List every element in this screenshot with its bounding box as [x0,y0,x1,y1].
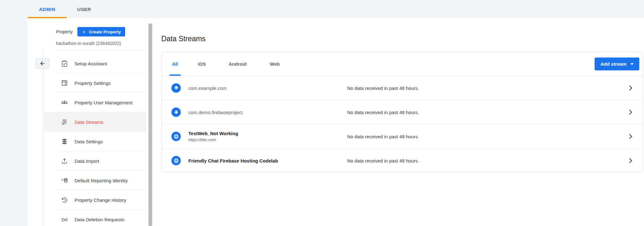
stream-row-com-demo-firebaseproject[interactable]: com.demo.firebaseproject No data receive… [162,100,643,124]
stream-name: com.example.com [188,85,227,91]
stream-name: com.demo.firebaseproject [188,110,243,115]
web-globe-icon [171,132,181,141]
people-icon [61,99,68,106]
stream-name: Friendly Chat Firebase Hosting Codelab [188,158,278,163]
sidebar-item-setup-assistant[interactable]: Setup Assistant [43,54,147,73]
plus-icon [82,30,86,34]
back-arrow-icon [39,60,46,67]
sidebar-item-label: Property Settings [75,80,111,86]
sidebar-item-label: Data Deletion Requests [75,217,124,222]
create-property-label: Create Property [89,30,121,34]
sidebar-item-data-import[interactable]: Data Import [43,151,147,171]
filter-tab-all[interactable]: All [172,52,178,76]
property-name[interactable]: hackathon-in-surath (238482022) [56,41,121,46]
tab-user-label: USER [77,7,91,12]
sidebar-item-property-settings[interactable]: Property Settings [43,73,147,93]
create-property-button[interactable]: Create Property [77,27,125,36]
filter-tab-web[interactable]: Web [270,52,280,76]
filter-tab-android[interactable]: Android [229,52,247,76]
setup-assistant-icon [61,60,68,67]
stream-status: No data received in past 48 hours. [347,110,419,115]
property-settings-icon [61,79,68,87]
sidebar-item-label: Data Import [75,158,99,164]
chevron-right-icon [626,84,635,92]
caret-down-icon [630,63,634,65]
content-sheet: Property Create Property hackathon-in-su… [28,18,644,226]
stream-row-testweb-not-working[interactable]: TestWeb_Not Working https://bbc.com No d… [162,124,643,148]
stream-row-friendly-chat[interactable]: Friendly Chat Firebase Hosting Codelab N… [162,148,643,173]
filter-tab-ios[interactable]: iOS [198,52,206,76]
tab-admin-label: ADMIN [39,7,55,12]
chevron-right-icon [626,108,635,116]
sidebar-item-data-settings[interactable]: Data Settings [43,132,147,151]
sidebar-item-label: Property User Management [75,100,132,105]
add-stream-button[interactable]: Add stream [595,58,639,70]
dd-glyph-icon: Dd [61,216,68,223]
property-header: Property Create Property [56,27,125,36]
add-stream-label: Add stream [600,61,626,67]
tab-user[interactable]: USER [71,0,97,18]
web-globe-icon [171,156,181,165]
stream-url: https://bbc.com [188,137,238,142]
sidebar-item-label: Setup Assistant [75,61,107,66]
sidebar-item-data-streams[interactable]: Data Streams [43,112,147,132]
card-header: All iOS Android Web Add stream [162,52,643,76]
stream-status: No data received in past 48 hours. [347,158,419,163]
chevron-right-icon [626,157,635,165]
top-bar: ADMIN USER [0,0,644,18]
sidebar-item-default-reporting-identity[interactable]: Default Reporting Identity [43,171,147,190]
stream-status: No data received in past 48 hours. [347,85,419,91]
sidebar-item-label: Property Change History [75,197,126,203]
sidebar-item-label: Data Streams [75,119,103,125]
stream-list: com.example.com No data received in past… [162,76,643,173]
divider [55,50,146,50]
property-column-label: Property [56,29,73,34]
sidebar-item-property-change-history[interactable]: Property Change History [43,190,147,210]
data-streams-card: All iOS Android Web Add stream [161,52,643,172]
back-button[interactable] [36,58,49,69]
android-icon [171,83,181,93]
history-icon [61,196,68,204]
stream-name: TestWeb_Not Working [188,131,238,136]
chevron-right-icon [626,132,635,141]
identity-card-icon [61,177,68,184]
sidebar-item-label: Data Settings [75,139,103,144]
sidebar-item-label: Default Reporting Identity [75,178,128,183]
database-icon [61,138,68,145]
page-title: Data Streams [161,35,206,43]
sidebar-item-property-user-management[interactable]: Property User Management [43,93,147,112]
data-streams-icon [61,118,68,126]
stream-status: No data received in past 48 hours. [347,134,419,139]
android-icon [171,107,181,117]
sidebar-item-data-deletion-requests[interactable]: Dd Data Deletion Requests [43,210,147,226]
sidebar-scrollbar[interactable] [148,24,152,226]
property-menu: Setup Assistant Property Settings [43,54,147,226]
stream-row-com-example-com[interactable]: com.example.com No data received in past… [162,76,643,100]
tab-admin[interactable]: ADMIN [28,0,67,18]
upload-icon [61,157,68,165]
